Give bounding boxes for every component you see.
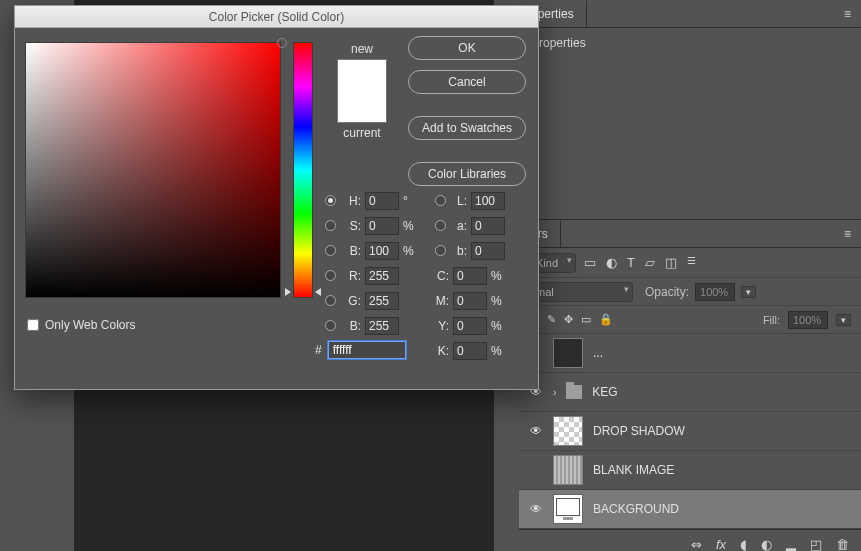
radio-a[interactable] (435, 220, 446, 231)
trash-icon[interactable]: 🗑 (836, 537, 849, 551)
label-c: C: (435, 269, 449, 283)
layer-name[interactable]: BACKGROUND (593, 502, 679, 516)
input-l[interactable] (471, 192, 505, 210)
input-m[interactable] (453, 292, 487, 310)
group-icon[interactable]: ▂ (786, 537, 796, 551)
unit-h: ° (403, 194, 417, 208)
layer-name[interactable]: ... (593, 346, 603, 360)
layers-footer: ⇔ fx ◖ ◐ ▂ ◰ 🗑 (519, 529, 861, 551)
radio-s[interactable] (325, 220, 336, 231)
lock-brush-icon[interactable]: ✎ (547, 313, 556, 326)
disclosure-arrow-icon[interactable]: › (553, 387, 556, 398)
radio-g[interactable] (325, 295, 336, 306)
layer-row[interactable]: BLANK IMAGE (519, 451, 861, 490)
web-colors-checkbox[interactable]: Only Web Colors (27, 318, 135, 332)
input-bc[interactable] (365, 317, 399, 335)
layers-panel-menu-icon[interactable]: ≡ (834, 227, 861, 241)
input-y[interactable] (453, 317, 487, 335)
radio-r[interactable] (325, 270, 336, 281)
layer-name[interactable]: BLANK IMAGE (593, 463, 674, 477)
unit-k: % (491, 344, 505, 358)
input-g[interactable] (365, 292, 399, 310)
filter-adjust-icon[interactable]: ◐ (606, 255, 617, 270)
label-h: H: (343, 194, 361, 208)
input-b[interactable] (471, 242, 505, 260)
new-color-swatch (338, 60, 386, 91)
link-layers-icon[interactable]: ⇔ (691, 537, 702, 551)
lock-all-icon[interactable]: 🔒 (599, 313, 613, 326)
saturation-brightness-field[interactable] (25, 42, 281, 298)
layer-row[interactable]: ... (519, 334, 861, 373)
radio-l[interactable] (435, 195, 446, 206)
opacity-label: Opacity: (645, 285, 689, 299)
label-g: G: (343, 294, 361, 308)
input-c[interactable] (453, 267, 487, 285)
layer-name[interactable]: DROP SHADOW (593, 424, 685, 438)
add-to-swatches-button[interactable]: Add to Swatches (408, 116, 526, 140)
color-picker-dialog: Color Picker (Solid Color) new current O… (14, 5, 539, 390)
label-r: R: (343, 269, 361, 283)
folder-icon (566, 385, 582, 399)
dialog-titlebar[interactable]: Color Picker (Solid Color) (15, 6, 538, 28)
layers-panel: Kind ▭ ◐ T ▱ ◫ ☰ mal Opacity: ▾ (519, 248, 861, 551)
sb-cursor (277, 38, 287, 48)
filter-toggle-icon[interactable]: ☰ (687, 255, 696, 270)
lock-artboard-icon[interactable]: ▭ (581, 313, 591, 326)
layer-thumb[interactable] (553, 494, 583, 524)
visibility-eye-icon[interactable]: 👁 (529, 502, 543, 516)
visibility-eye-icon[interactable]: 👁 (529, 424, 543, 438)
fill-input[interactable] (788, 311, 828, 329)
new-layer-icon[interactable]: ◰ (810, 537, 822, 551)
radio-bc[interactable] (325, 320, 336, 331)
unit-bv: % (403, 244, 417, 258)
adjustment-icon[interactable]: ◐ (761, 537, 772, 551)
filter-image-icon[interactable]: ▭ (584, 255, 596, 270)
unit-c: % (491, 269, 505, 283)
swatch-preview (337, 59, 387, 123)
layer-name[interactable]: KEG (592, 385, 617, 399)
hue-slider[interactable] (293, 42, 313, 298)
unit-m: % (491, 294, 505, 308)
opacity-dropdown-icon[interactable]: ▾ (741, 286, 756, 298)
web-colors-label: Only Web Colors (45, 318, 135, 332)
layer-thumb[interactable] (553, 455, 583, 485)
layer-row[interactable]: 👁›KEG (519, 373, 861, 412)
input-a[interactable] (471, 217, 505, 235)
unit-s: % (403, 219, 417, 233)
input-h[interactable] (365, 192, 399, 210)
opacity-input[interactable] (695, 283, 735, 301)
layer-row[interactable]: 👁BACKGROUND (519, 490, 861, 529)
filter-type-icon[interactable]: T (627, 255, 635, 270)
input-s[interactable] (365, 217, 399, 235)
web-colors-input[interactable] (27, 319, 39, 331)
layer-row[interactable]: 👁DROP SHADOW (519, 412, 861, 451)
current-color-swatch (338, 91, 386, 122)
label-y: Y: (435, 319, 449, 333)
radio-bv[interactable] (325, 245, 336, 256)
radio-h[interactable] (325, 195, 336, 206)
properties-label: Properties (519, 28, 861, 58)
color-libraries-button[interactable]: Color Libraries (408, 162, 526, 186)
blend-mode-select[interactable]: mal (529, 282, 633, 302)
fill-dropdown-icon[interactable]: ▾ (836, 314, 851, 326)
label-s: S: (343, 219, 361, 233)
layer-thumb[interactable] (553, 416, 583, 446)
label-bc: B: (343, 319, 361, 333)
lock-position-icon[interactable]: ✥ (564, 313, 573, 326)
radio-b[interactable] (435, 245, 446, 256)
input-bv[interactable] (365, 242, 399, 260)
fx-icon[interactable]: fx (716, 537, 726, 551)
filter-smart-icon[interactable]: ◫ (665, 255, 677, 270)
ok-button[interactable]: OK (408, 36, 526, 60)
cancel-button[interactable]: Cancel (408, 70, 526, 94)
filter-shape-icon[interactable]: ▱ (645, 255, 655, 270)
new-label: new (327, 42, 397, 56)
layer-thumb[interactable] (553, 338, 583, 368)
mask-icon[interactable]: ◖ (740, 537, 747, 551)
label-bv: B: (343, 244, 361, 258)
input-k[interactable] (453, 342, 487, 360)
input-r[interactable] (365, 267, 399, 285)
properties-tabs: operties ≡ (519, 0, 861, 28)
panel-menu-icon[interactable]: ≡ (834, 7, 861, 21)
hex-input[interactable] (328, 341, 406, 359)
